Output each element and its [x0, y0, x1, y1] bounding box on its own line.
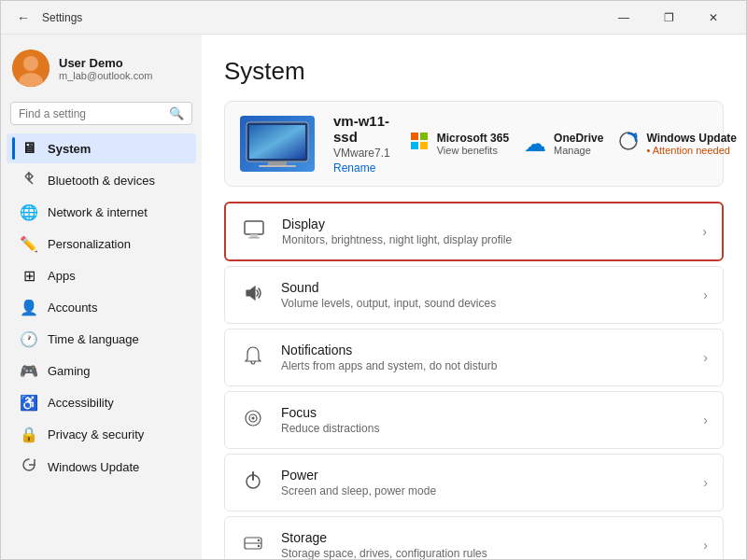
- sidebar-item-gaming[interactable]: 🎮 Gaming: [7, 356, 196, 386]
- sidebar-item-label: Apps: [48, 269, 76, 283]
- notifications-icon: [240, 345, 266, 371]
- m365-title: Microsoft 365: [437, 132, 509, 145]
- sidebar-item-system[interactable]: 🖥 System: [7, 133, 196, 163]
- sound-sub: Volume levels, output, input, sound devi…: [281, 297, 688, 310]
- sidebar-item-accounts[interactable]: 👤 Accounts: [7, 292, 196, 323]
- sidebar-item-bluetooth[interactable]: Bluetooth & devices: [7, 164, 196, 196]
- svg-rect-7: [259, 165, 296, 167]
- sidebar-item-label: Network & internet: [48, 205, 148, 219]
- svg-rect-6: [268, 161, 287, 165]
- winupdate-text: Windows Update • Attention needed: [646, 132, 737, 156]
- settings-item-storage[interactable]: Storage Storage space, drives, configura…: [224, 516, 724, 559]
- sidebar-item-privacy[interactable]: 🔒 Privacy & security: [7, 419, 196, 450]
- storage-icon: [240, 533, 266, 558]
- page-title: System: [224, 57, 724, 86]
- settings-window: ← Settings — ❐ ✕ User Dem: [0, 0, 747, 560]
- search-icon: 🔍: [169, 106, 184, 120]
- storage-sub: Storage space, drives, configuration rul…: [281, 547, 688, 559]
- settings-item-display[interactable]: Display Monitors, brightness, night ligh…: [224, 202, 724, 261]
- apps-icon: ⊞: [20, 267, 38, 285]
- quick-link-onedrive[interactable]: ☁ OneDrive Manage: [524, 131, 603, 157]
- close-button[interactable]: ✕: [692, 3, 735, 33]
- title-bar-left: ← Settings: [12, 7, 82, 29]
- focus-icon: [240, 408, 266, 433]
- device-card: vm-w11-ssd VMware7.1 Rename: [224, 101, 724, 187]
- focus-title: Focus: [281, 405, 688, 420]
- device-image: [240, 116, 315, 172]
- back-button[interactable]: ←: [12, 7, 35, 29]
- user-profile[interactable]: User Demo m_lab@outlook.com: [1, 42, 202, 98]
- quick-link-m365[interactable]: Microsoft 365 View benefits: [409, 131, 509, 157]
- sidebar-item-windows-update[interactable]: Windows Update: [7, 451, 196, 483]
- avatar: [12, 49, 49, 87]
- windows-update-icon: [20, 457, 38, 476]
- sidebar-item-apps[interactable]: ⊞ Apps: [7, 260, 196, 291]
- sidebar-item-time[interactable]: 🕐 Time & language: [7, 324, 196, 355]
- gaming-icon: 🎮: [20, 362, 38, 380]
- power-title: Power: [281, 468, 688, 483]
- sound-chevron: ›: [703, 287, 708, 302]
- settings-list: Display Monitors, brightness, night ligh…: [224, 202, 724, 559]
- storage-title: Storage: [281, 530, 688, 545]
- main-panel: System: [202, 35, 746, 559]
- search-box[interactable]: 🔍: [10, 102, 192, 125]
- main-content: User Demo m_lab@outlook.com 🔍 🖥 System: [1, 35, 746, 559]
- winupdate-sub: • Attention needed: [646, 145, 737, 156]
- personalization-icon: ✏️: [20, 235, 38, 253]
- device-rename-link[interactable]: Rename: [333, 161, 390, 175]
- svg-rect-13: [245, 221, 263, 234]
- settings-item-sound[interactable]: Sound Volume levels, output, input, soun…: [224, 266, 724, 324]
- sidebar-item-network[interactable]: 🌐 Network & internet: [7, 197, 196, 228]
- winupdate-title: Windows Update: [646, 132, 737, 145]
- sidebar-item-label: Privacy & security: [48, 427, 144, 441]
- focus-chevron: ›: [703, 413, 708, 427]
- onedrive-title: OneDrive: [554, 132, 603, 145]
- minimize-button[interactable]: —: [602, 3, 645, 33]
- window-controls: — ❐ ✕: [602, 3, 735, 33]
- sidebar-item-label: Windows Update: [48, 460, 139, 474]
- settings-item-power[interactable]: Power Screen and sleep, power mode ›: [224, 454, 724, 511]
- user-name: User Demo: [59, 56, 152, 70]
- m365-icon: [409, 131, 430, 157]
- svg-point-1: [23, 56, 38, 71]
- settings-item-notifications[interactable]: Notifications Alerts from apps and syste…: [224, 329, 724, 386]
- svg-rect-9: [420, 133, 428, 140]
- svg-rect-15: [248, 237, 260, 239]
- sound-title: Sound: [281, 280, 688, 295]
- quick-link-winupdate[interactable]: Windows Update • Attention needed: [618, 131, 737, 157]
- sidebar: User Demo m_lab@outlook.com 🔍 🖥 System: [1, 35, 202, 559]
- onedrive-sub: Manage: [554, 145, 603, 156]
- notifications-sub: Alerts from apps and system, do not dist…: [281, 359, 688, 372]
- svg-point-25: [258, 544, 260, 546]
- sound-icon: [240, 283, 266, 308]
- svg-rect-10: [411, 142, 418, 149]
- device-name: vm-w11-ssd: [333, 113, 390, 145]
- winupdate-icon: [618, 131, 639, 157]
- nav-controls: ←: [12, 7, 35, 29]
- focus-sub: Reduce distractions: [281, 422, 688, 435]
- maximize-button[interactable]: ❐: [647, 3, 690, 33]
- quick-links: Microsoft 365 View benefits ☁ OneDrive M…: [409, 131, 737, 157]
- power-sub: Screen and sleep, power mode: [281, 484, 688, 497]
- window-title: Settings: [42, 11, 82, 24]
- settings-item-focus[interactable]: Focus Reduce distractions ›: [224, 391, 724, 449]
- notifications-title: Notifications: [281, 343, 688, 357]
- power-chevron: ›: [703, 475, 708, 490]
- sidebar-item-accessibility[interactable]: ♿ Accessibility: [7, 387, 196, 418]
- svg-point-24: [258, 539, 260, 540]
- network-icon: 🌐: [20, 203, 38, 221]
- sidebar-item-label: System: [48, 142, 91, 156]
- sidebar-item-label: Personalization: [48, 237, 131, 251]
- onedrive-icon: ☁: [524, 131, 546, 157]
- sidebar-item-label: Time & language: [48, 332, 139, 346]
- focus-info: Focus Reduce distractions: [281, 405, 688, 435]
- bluetooth-icon: [20, 171, 38, 189]
- sidebar-item-label: Accounts: [48, 301, 97, 315]
- sound-info: Sound Volume levels, output, input, soun…: [281, 280, 688, 310]
- sidebar-item-personalization[interactable]: ✏️ Personalization: [7, 229, 196, 259]
- svg-rect-11: [420, 142, 428, 149]
- m365-sub: View benefits: [437, 145, 509, 156]
- display-info: Display Monitors, brightness, night ligh…: [282, 217, 687, 246]
- svg-rect-14: [250, 234, 258, 237]
- search-input[interactable]: [19, 107, 167, 120]
